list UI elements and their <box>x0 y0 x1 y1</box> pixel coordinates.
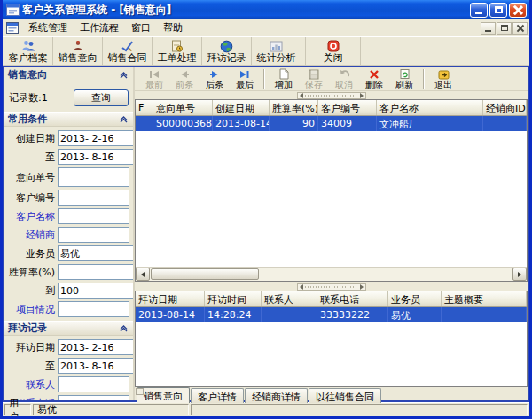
column-header[interactable]: 创建日期 <box>213 100 270 115</box>
column-header[interactable]: 拜访时间 <box>205 291 262 306</box>
create-date-combo[interactable] <box>58 130 135 146</box>
intent-grid-hscrollbar[interactable] <box>136 267 527 281</box>
customer-name-input[interactable] <box>58 208 129 224</box>
column-header[interactable]: 经销商ID <box>483 100 527 115</box>
close-red-icon <box>327 40 340 53</box>
salesman-input[interactable] <box>59 246 135 260</box>
dealer-input[interactable] <box>58 227 129 243</box>
visit-grid-splitter[interactable] <box>297 283 366 291</box>
title-bar: 客户关系管理系统 - [销售意向] <box>3 0 529 19</box>
minimize-button[interactable] <box>470 3 488 18</box>
tab-past-contracts[interactable]: 以往销售合同 <box>309 388 381 403</box>
win-rate-combo[interactable] <box>58 264 135 280</box>
intent-grid-splitter[interactable] <box>297 92 366 99</box>
collapse-common-icon[interactable] <box>118 113 129 125</box>
create-date-input[interactable] <box>59 131 135 145</box>
dealer-label: 经销商 <box>6 229 58 242</box>
visit-grid-row-selected[interactable]: 2013-08-14 14:28:24 33333222 易优 <box>136 307 527 322</box>
toolbar-label: 销售合同 <box>108 53 147 64</box>
next-icon <box>208 69 221 80</box>
tab-sales-intent[interactable]: 销售意向 <box>137 387 190 403</box>
child-restore-button[interactable] <box>497 22 512 35</box>
child-minimize-button[interactable] <box>481 22 496 35</box>
win-rate-to-combo[interactable] <box>58 283 135 299</box>
nav-add-button[interactable]: 增加 <box>269 67 299 90</box>
menu-window[interactable]: 窗口 <box>125 19 157 36</box>
column-header[interactable]: 主题概要 <box>442 291 527 306</box>
sidebar-title-bar: 销售意向 <box>4 68 133 81</box>
collapse-panel-icon[interactable] <box>118 69 129 81</box>
contact-phone-input[interactable] <box>58 395 129 400</box>
intent-no-input[interactable] <box>58 167 129 187</box>
collapse-visit-icon[interactable] <box>118 322 129 334</box>
record-pane: 最前 前条 后条 最后 增加 <box>135 67 528 400</box>
contact-input[interactable] <box>58 376 129 392</box>
toolbar-label: 客户档案 <box>9 53 48 64</box>
row-cell: 易优 <box>388 307 442 322</box>
create-date-to-combo[interactable] <box>58 149 135 165</box>
visit-date-input[interactable] <box>59 340 135 354</box>
visit-date-to-combo[interactable] <box>58 358 135 374</box>
scroll-left-button[interactable] <box>136 268 150 281</box>
salesman-combo[interactable] <box>58 245 135 261</box>
project-input[interactable] <box>58 301 129 317</box>
row-cell: 14:28:24 <box>205 307 262 322</box>
toolbar-stats[interactable]: 统计分析 <box>252 37 301 65</box>
visit-date-to-input[interactable] <box>59 359 135 373</box>
toolbar-sales-contract[interactable]: 销售合同 <box>103 37 153 65</box>
mdi-child-icon[interactable] <box>6 22 19 34</box>
maximize-button[interactable] <box>489 3 507 18</box>
intent-no-row: 意向单号 <box>6 167 129 187</box>
toolbar-workorder[interactable]: 工单处理 <box>153 37 202 65</box>
intent-grid-row-selected[interactable]: S000003689 2013-08-14 1 90 34009 文冲船厂 <box>136 116 527 131</box>
grid-scroll-corner[interactable] <box>136 388 144 395</box>
menu-help[interactable]: 帮助 <box>157 19 189 36</box>
win-rate-to-input[interactable] <box>59 283 135 298</box>
nav-exit-button[interactable]: 退出 <box>428 67 458 90</box>
column-header[interactable]: F <box>136 100 153 115</box>
create-date-to-input[interactable] <box>59 150 135 164</box>
status-user-value: 易优 <box>33 404 189 415</box>
toolbar-close[interactable]: 关闭 <box>306 37 361 65</box>
menu-workflow[interactable]: 工作流程 <box>74 19 125 36</box>
nav-prev-button[interactable]: 前条 <box>169 67 200 90</box>
minimize-icon <box>475 12 482 14</box>
nav-cancel-button[interactable]: 取消 <box>329 67 359 90</box>
column-header[interactable]: 联系人 <box>262 291 317 306</box>
nav-last-button[interactable]: 最后 <box>230 67 260 90</box>
maximize-icon <box>495 6 503 13</box>
nav-first-button[interactable]: 最前 <box>139 67 169 90</box>
column-header[interactable]: 客户名称 <box>377 100 483 115</box>
column-header[interactable]: 联系电话 <box>317 291 388 306</box>
win-rate-input[interactable] <box>59 265 135 279</box>
toolbar-label: 拜访记录 <box>207 53 246 64</box>
toolbar-customer-files[interactable]: 客户档案 <box>4 37 53 65</box>
child-close-button[interactable] <box>512 22 528 35</box>
section-common-header[interactable]: 常用条件 <box>4 112 133 127</box>
scroll-thumb[interactable] <box>151 268 259 280</box>
tab-customer-detail[interactable]: 客户详情 <box>191 388 244 403</box>
toolbar-sales-intent[interactable]: 销售意向 <box>53 37 103 65</box>
column-header[interactable]: 客户编号 <box>318 100 377 115</box>
visit-date-combo[interactable] <box>58 339 135 355</box>
scroll-right-button[interactable] <box>512 268 527 281</box>
nav-refresh-button[interactable]: 刷新 <box>389 67 419 90</box>
nav-next-button[interactable]: 后条 <box>200 67 230 90</box>
close-button[interactable] <box>509 3 527 18</box>
record-count-row: 记录数:1 查询 <box>4 88 133 110</box>
menu-system[interactable]: 系统管理 <box>22 19 74 36</box>
toolbar-label: 工单处理 <box>158 53 197 64</box>
column-header[interactable]: 业务员 <box>388 291 442 306</box>
section-visit-header[interactable]: 拜访记录 <box>4 321 133 336</box>
tab-dealer-detail[interactable]: 经销商详情 <box>245 388 308 403</box>
column-header[interactable]: 胜算率(%) <box>270 100 318 115</box>
customer-no-input[interactable] <box>58 190 129 206</box>
toolbar-visit-records[interactable]: 拜访记录 <box>202 37 252 65</box>
nav-save-button[interactable]: 保存 <box>299 67 329 90</box>
query-button[interactable]: 查询 <box>74 89 129 106</box>
nav-delete-button[interactable]: 删除 <box>359 67 389 90</box>
column-header[interactable]: 意向单号 <box>153 100 213 115</box>
create-date-row: 创建日期 <box>6 130 129 146</box>
visit-grid: 拜访日期 拜访时间 联系人 联系电话 业务员 主题概要 2013-08-14 1… <box>135 291 528 387</box>
column-header[interactable]: 拜访日期 <box>136 291 205 306</box>
